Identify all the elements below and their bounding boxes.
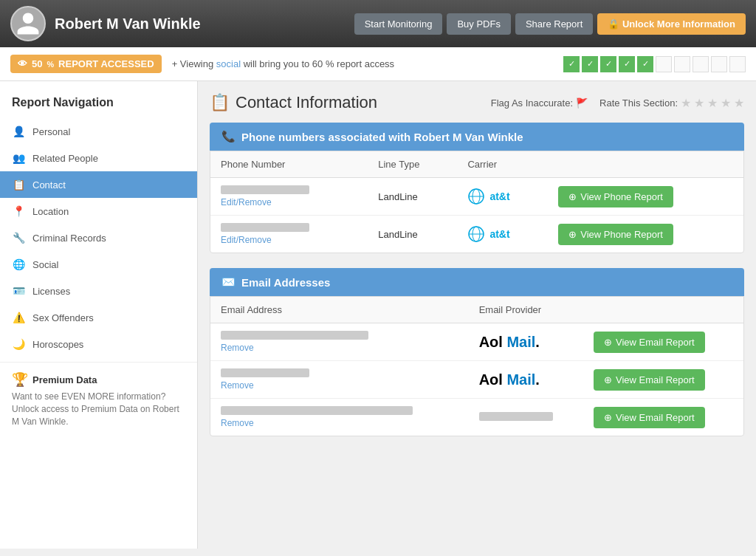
phone-col-carrier: Carrier — [457, 151, 548, 178]
progress-sq-8 — [693, 56, 709, 72]
sidebar-item-location[interactable]: 📍 Location — [0, 198, 197, 224]
sidebar-label-horoscopes: Horoscopes — [32, 339, 83, 350]
flag-icon: 🚩 — [576, 97, 588, 109]
star-5[interactable]: ★ — [734, 96, 744, 110]
header-actions: Start Monitoring Buy PDFs Share Report 🔒… — [354, 13, 746, 35]
star-1[interactable]: ★ — [681, 96, 691, 110]
card-icon: 🪪 — [12, 285, 25, 297]
phone-icon: 📞 — [221, 130, 236, 143]
flag-label: Flag As Inaccurate: — [491, 97, 573, 109]
progress-sq-2: ✓ — [582, 56, 598, 72]
phone-section-header: 📞 Phone numbers associated with Robert M… — [210, 123, 744, 151]
email-address-cell-3: Remove — [210, 399, 469, 436]
premium-title-label: Premium Data — [32, 374, 97, 385]
email-address-cell-1: Remove — [210, 323, 469, 361]
start-monitoring-button[interactable]: Start Monitoring — [354, 13, 443, 35]
section-header: 📋 Contact Information Flag As Inaccurate… — [210, 93, 744, 112]
view-email-report-btn-2[interactable]: ⊕ View Email Report — [594, 369, 705, 391]
email-col-action — [583, 297, 743, 323]
moon-icon: 🌙 — [12, 338, 25, 350]
progress-sq-7 — [674, 56, 690, 72]
content-area: 📋 Contact Information Flag As Inaccurate… — [198, 81, 756, 549]
table-row: Remove ⊕ View Email Report — [210, 399, 743, 436]
progress-section: 👁 50% REPORT ACCESSED + Viewing social w… — [0, 47, 756, 81]
buy-pdfs-button[interactable]: Buy PDFs — [447, 13, 511, 35]
sidebar-label-related: Related People — [32, 153, 98, 164]
star-4[interactable]: ★ — [721, 96, 731, 110]
progress-sq-4: ✓ — [619, 56, 635, 72]
star-3[interactable]: ★ — [707, 96, 718, 110]
document-icon: 📋 — [12, 179, 25, 191]
sidebar-label-social: Social — [32, 259, 58, 270]
email-col-provider: Email Provider — [469, 297, 583, 323]
progress-hint: + Viewing social will bring you to 60 % … — [172, 58, 394, 69]
phone-action-cell-2: ⊕ View Phone Report — [548, 216, 743, 253]
phone-action-cell-1: ⊕ View Phone Report — [548, 178, 743, 216]
sidebar-item-licenses[interactable]: 🪪 Licenses — [0, 278, 197, 304]
location-icon: 📍 — [12, 205, 25, 217]
star-2[interactable]: ★ — [694, 96, 704, 110]
email-col-address: Email Address — [210, 297, 469, 323]
sidebar-item-criminal[interactable]: 🔧 Criminal Records — [0, 224, 197, 251]
linetype-cell-2: LandLine — [368, 216, 457, 253]
email-table: Email Address Email Provider Remove — [210, 297, 743, 436]
flag-area: Flag As Inaccurate: 🚩 — [491, 97, 588, 109]
edit-remove-link-1[interactable]: Edit/Remove — [221, 197, 272, 207]
contact-icon: 📋 — [210, 93, 230, 112]
social-link[interactable]: social — [216, 58, 244, 69]
sidebar-label-location: Location — [32, 206, 69, 217]
table-row: Edit/Remove LandLine at&t — [210, 178, 743, 216]
share-report-button[interactable]: Share Report — [515, 13, 593, 35]
trophy-icon: 🏆 — [12, 371, 28, 388]
view-email-report-btn-3[interactable]: ⊕ View Email Report — [594, 407, 705, 428]
main-layout: Report Navigation 👤 Personal 👥 Related P… — [0, 81, 756, 549]
sidebar-item-horoscopes[interactable]: 🌙 Horoscopes — [0, 331, 197, 357]
sidebar-label-sex-offenders: Sex Offenders — [32, 312, 94, 323]
phone-col-action — [548, 151, 743, 178]
sidebar-title: Report Navigation — [0, 92, 197, 118]
progress-sq-3: ✓ — [600, 56, 616, 72]
sidebar-item-sex-offenders[interactable]: ⚠️ Sex Offenders — [0, 304, 197, 331]
aol-logo-1: Aol Mail. — [479, 334, 540, 350]
section-title: 📋 Contact Information — [210, 93, 377, 112]
phone-col-number: Phone Number — [210, 151, 368, 178]
email-address-cell-2: Remove — [210, 361, 469, 399]
sidebar-label-contact: Contact — [32, 179, 66, 191]
sidebar-item-social[interactable]: 🌐 Social — [0, 251, 197, 278]
att-sphere-icon — [467, 188, 485, 205]
remove-link-3[interactable]: Remove — [221, 418, 254, 428]
email-icon: ✉️ — [221, 275, 236, 289]
plus-circle-icon-2: ⊕ — [568, 229, 577, 240]
sidebar-item-related-people[interactable]: 👥 Related People — [0, 145, 197, 171]
progress-sq-6 — [656, 56, 672, 72]
phone-number-cell-1: Edit/Remove — [210, 178, 368, 216]
sidebar-item-personal[interactable]: 👤 Personal — [0, 118, 197, 145]
progress-squares: ✓ ✓ ✓ ✓ ✓ — [563, 56, 746, 72]
remove-link-2[interactable]: Remove — [221, 380, 254, 391]
unlock-more-button[interactable]: 🔒 Unlock More Information — [597, 13, 746, 35]
view-phone-report-btn-1[interactable]: ⊕ View Phone Report — [558, 186, 673, 207]
view-email-report-btn-1[interactable]: ⊕ View Email Report — [594, 332, 705, 353]
email-provider-cell-3 — [469, 399, 583, 436]
view-phone-report-btn-2[interactable]: ⊕ View Phone Report — [558, 224, 673, 245]
email-action-cell-2: ⊕ View Email Report — [583, 361, 743, 399]
report-accessed-badge: 👁 50% REPORT ACCESSED — [10, 55, 162, 73]
eye-icon: 👁 — [18, 58, 27, 69]
aol-logo-2: Aol Mail. — [479, 371, 540, 388]
progress-sq-9 — [711, 56, 727, 72]
sidebar-item-contact[interactable]: 📋 Contact — [0, 171, 197, 198]
sidebar-premium: 🏆 Premium Data Want to see EVEN MORE inf… — [0, 362, 197, 436]
plus-circle-icon-email-2: ⊕ — [604, 374, 612, 385]
email-section-title: Email Addresses — [241, 276, 330, 289]
remove-link-1[interactable]: Remove — [221, 343, 254, 353]
plus-circle-icon-email-3: ⊕ — [604, 412, 612, 423]
carrier-cell-1: at&t — [457, 178, 548, 216]
att-logo-1: at&t — [467, 188, 537, 205]
edit-remove-link-2[interactable]: Edit/Remove — [221, 235, 272, 245]
blurred-email-1 — [221, 331, 368, 340]
progress-sq-5: ✓ — [637, 56, 653, 72]
att-sphere-icon-2 — [467, 225, 485, 243]
page-header: Robert M Van Winkle Start Monitoring Buy… — [0, 0, 756, 47]
table-row: Remove Aol Mail. ⊕ View Email Report — [210, 361, 743, 399]
email-action-cell-1: ⊕ View Email Report — [583, 323, 743, 361]
